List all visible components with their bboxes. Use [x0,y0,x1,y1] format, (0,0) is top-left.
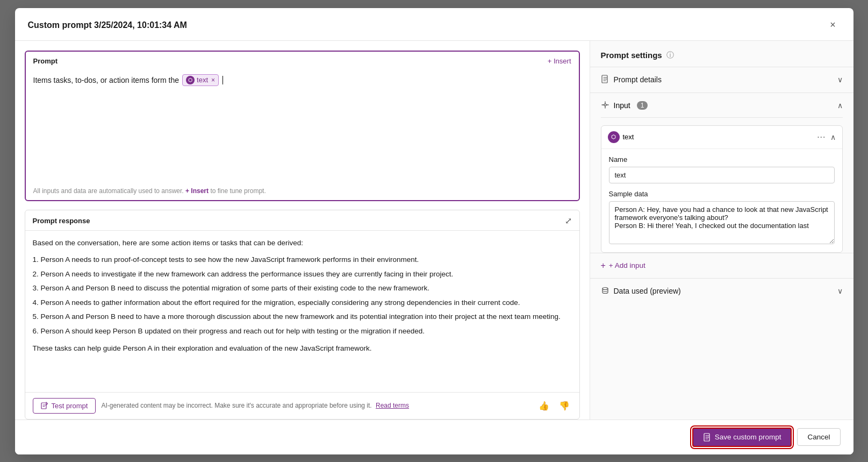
right-panel: Prompt settings ⓘ Prompt details [590,41,853,420]
chip-close-icon[interactable]: × [211,76,215,84]
input-card-name: text [623,133,634,141]
prompt-details-chevron: ∨ [837,75,843,84]
data-used-chevron: ∨ [837,287,843,295]
input-card-title: ⬡ text [608,131,634,143]
input-card: ⬡ text ··· ∧ Name Sample data [601,125,843,253]
input-card-menu-button[interactable]: ··· [817,132,826,142]
save-custom-prompt-button[interactable]: Save custom prompt [692,428,792,447]
disclaimer-text: AI-generated content may be incorrect. M… [101,402,530,409]
list-item: 1. Person A needs to run proof-of-concep… [33,254,572,266]
modal-header: Custom prompt 3/25/2024, 10:01:34 AM × [15,8,853,41]
insert-button[interactable]: + Insert [548,57,571,65]
modal-footer: Save custom prompt Cancel [15,420,853,454]
name-field-label: Name [609,155,835,164]
response-label: Prompt response [33,217,90,225]
text-tag-chip[interactable]: ⬡ text × [182,74,219,86]
modal-overlay: Custom prompt 3/25/2024, 10:01:34 AM × P… [0,0,868,462]
list-item: 2. Person A needs to investigate if the … [33,268,572,280]
input-icon [601,101,609,111]
thumbs-down-button[interactable]: 👎 [557,400,572,412]
input-card-icon: ⬡ [608,131,620,143]
modal: Custom prompt 3/25/2024, 10:01:34 AM × P… [15,8,853,454]
add-input-label: + Add input [609,261,645,269]
data-used-icon [601,286,609,296]
sample-data-label: Sample data [609,190,835,198]
input-section: Input 1 ∧ ⬡ text ··· [590,93,853,253]
add-input-row[interactable]: + + Add input [590,253,853,279]
test-icon [41,402,48,409]
cancel-button[interactable]: Cancel [797,428,840,446]
footer-insert-link[interactable]: + Insert [185,187,209,195]
prompt-details-left: Prompt details [601,75,662,85]
test-prompt-label: Test prompt [52,402,88,410]
prompt-box-header: Prompt + Insert [26,52,579,68]
input-section-label: Input [614,101,630,110]
response-footer: Test prompt AI-generated content may be … [25,392,579,419]
info-icon[interactable]: ⓘ [666,51,674,60]
input-card-header: ⬡ text ··· ∧ [601,126,842,149]
prompt-details-label: Prompt details [614,75,662,84]
input-section-header: Input 1 ∧ [601,93,843,118]
save-label: Save custom prompt [715,433,781,441]
response-intro: Based on the conversation, here are some… [33,237,572,249]
prompt-details-row[interactable]: Prompt details ∨ [590,67,853,93]
response-header: Prompt response ⤢ [25,210,579,231]
input-badge: 1 [637,101,648,110]
left-panel: Prompt + Insert Items tasks, to-dos, or … [15,41,590,420]
data-used-left: Data used (preview) [601,286,681,296]
list-item: 5. Person A and Person B need to have a … [33,311,572,323]
prompt-static-text: Items tasks, to-dos, or action items for… [33,76,180,84]
footer-text: All inputs and data are automatically us… [33,187,184,195]
response-content: Based on the conversation, here are some… [25,231,579,392]
save-icon [703,433,712,442]
list-item: 3. Person A and Person B need to discuss… [33,282,572,294]
list-item: 4. Person A needs to gather information … [33,297,572,309]
right-panel-header: Prompt settings ⓘ [590,41,853,67]
expand-icon[interactable]: ⤢ [565,216,572,226]
prompt-text-line: Items tasks, to-dos, or action items for… [33,73,571,88]
data-used-label: Data used (preview) [614,287,681,295]
input-card-actions: ··· ∧ [817,132,835,142]
thumbs-up-button[interactable]: 👍 [536,400,551,412]
cursor [223,76,223,84]
prompt-box: Prompt + Insert Items tasks, to-dos, or … [25,51,580,201]
chip-icon: ⬡ [186,76,195,84]
input-section-chevron[interactable]: ∧ [837,101,843,110]
input-section-left: Input 1 [601,101,648,111]
data-used-row[interactable]: Data used (preview) ∨ [590,279,853,304]
modal-title: Custom prompt 3/25/2024, 10:01:34 AM [28,20,187,30]
svg-point-3 [602,287,608,289]
response-list: 1. Person A needs to run proof-of-concep… [33,254,572,337]
close-button[interactable]: × [826,18,841,33]
list-item: 6. Person A should keep Person B updated… [33,325,572,337]
sample-data-textarea[interactable] [609,201,835,244]
response-box: Prompt response ⤢ Based on the conversat… [25,210,580,420]
read-terms-link[interactable]: Read terms [376,402,409,409]
footer-suffix: to fine tune prompt. [210,187,266,195]
prompt-details-icon [601,75,609,85]
input-card-body: Name Sample data [601,149,842,252]
chip-label: text [197,76,208,84]
input-card-collapse-button[interactable]: ∧ [830,133,836,141]
prompt-label: Prompt [33,57,58,65]
add-input-icon: + [601,261,606,271]
modal-body: Prompt + Insert Items tasks, to-dos, or … [15,41,853,420]
name-field-input[interactable] [609,167,835,183]
svg-rect-0 [41,403,46,409]
prompt-footer: All inputs and data are automatically us… [26,183,579,200]
right-panel-title: Prompt settings [601,51,662,60]
prompt-content: Items tasks, to-dos, or action items for… [26,68,579,183]
response-conclusion: These tasks can help guide Person A in t… [33,343,572,354]
test-prompt-button[interactable]: Test prompt [33,398,96,414]
